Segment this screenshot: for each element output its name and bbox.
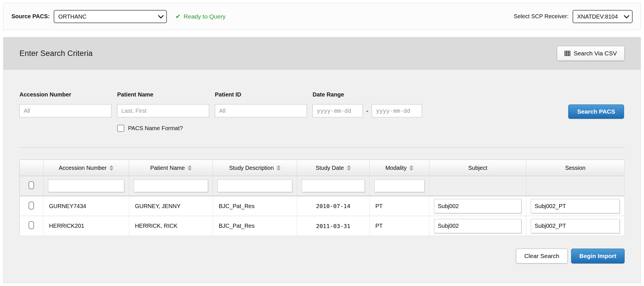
pacs-status: ✔ Ready to Query <box>175 13 226 20</box>
sort-icon <box>277 165 281 171</box>
search-criteria-form: Accession Number Patient Name Patient ID… <box>3 70 641 263</box>
begin-import-button[interactable]: Begin Import <box>571 249 625 263</box>
accession-field-group: Accession Number <box>19 91 111 117</box>
filter-study-date-input[interactable] <box>302 180 365 192</box>
table-row: GURNEY7434 GURNEY, JENNY BJC_Pat_Res 201… <box>20 196 625 216</box>
search-pacs-button[interactable]: Search PACS <box>568 104 624 119</box>
date-range-label: Date Range <box>313 91 422 98</box>
search-panel: Enter Search Criteria Search Via CSV Acc… <box>3 37 641 283</box>
clear-search-button[interactable]: Clear Search <box>516 249 568 263</box>
header-study-description[interactable]: Study Description <box>213 160 297 176</box>
date-range-field-group: Date Range - <box>313 91 422 117</box>
study-description-cell: BJC_Pat_Res <box>213 196 297 216</box>
patient-name-cell: GURNEY, JENNY <box>129 196 213 216</box>
search-via-csv-button[interactable]: Search Via CSV <box>557 46 625 61</box>
source-pacs-select-wrap: ORTHANC <box>54 10 167 23</box>
scp-receiver-select-wrap: XNATDEV:8104 <box>573 10 633 23</box>
header-session: Session <box>526 160 624 176</box>
date-range-separator: - <box>366 108 368 114</box>
pacs-results-table: Accession Number Patient Name Study Desc… <box>19 160 625 236</box>
pacs-name-format-checkbox[interactable] <box>117 125 124 132</box>
accession-number-label: Accession Number <box>19 91 111 98</box>
filter-study-description-input[interactable] <box>217 180 292 192</box>
row-checkbox[interactable] <box>29 221 34 229</box>
section-divider <box>19 147 625 148</box>
patient-name-field-group: Patient Name <box>117 91 209 117</box>
sort-icon <box>109 165 113 171</box>
header-patient-name[interactable]: Patient Name <box>129 160 213 176</box>
header-study-date[interactable]: Study Date <box>297 160 369 176</box>
scp-receiver-label: Select SCP Receiver: <box>514 13 569 20</box>
pacs-source-bar: Source PACS: ORTHANC ✔ Ready to Query Se… <box>3 3 641 30</box>
patient-id-input[interactable] <box>215 104 307 117</box>
pacs-status-text: Ready to Query <box>184 13 226 20</box>
filter-session-cell <box>526 176 624 196</box>
modality-cell: PT <box>369 216 429 236</box>
accession-cell: GURNEY7434 <box>43 196 129 216</box>
filter-modality-input[interactable] <box>374 180 425 192</box>
sort-icon <box>188 165 192 171</box>
pacs-name-format-label: PACS Name Format? <box>128 125 183 132</box>
source-pacs-select[interactable]: ORTHANC <box>54 10 167 23</box>
patient-id-field-group: Patient ID <box>215 91 307 117</box>
study-date-cell: 2010-07-14 <box>297 196 369 216</box>
date-from-input[interactable] <box>313 104 363 117</box>
session-input[interactable] <box>531 219 620 233</box>
accession-cell: HERRICK201 <box>43 216 129 236</box>
table-header-row: Accession Number Patient Name Study Desc… <box>20 160 625 176</box>
patient-name-label: Patient Name <box>117 91 209 98</box>
sort-icon <box>347 165 351 171</box>
filter-accession-input[interactable] <box>48 180 125 192</box>
filter-patient-name-input[interactable] <box>134 180 208 192</box>
row-checkbox[interactable] <box>29 202 34 210</box>
source-pacs-label: Source PACS: <box>11 13 50 20</box>
study-description-cell: BJC_Pat_Res <box>213 216 297 236</box>
patient-id-label: Patient ID <box>215 91 307 98</box>
patient-name-cell: HERRICK, RICK <box>129 216 213 236</box>
modality-cell: PT <box>369 196 429 216</box>
select-all-checkbox[interactable] <box>29 181 34 189</box>
check-icon: ✔ <box>175 13 181 20</box>
header-select-column <box>20 160 43 176</box>
header-accession-number[interactable]: Accession Number <box>43 160 129 176</box>
header-subject: Subject <box>429 160 526 176</box>
filter-subject-cell <box>429 176 526 196</box>
study-date-cell: 2011-03-31 <box>297 216 369 236</box>
panel-title: Enter Search Criteria <box>19 49 93 58</box>
subject-input[interactable] <box>434 219 521 233</box>
subject-input[interactable] <box>434 199 521 213</box>
scp-receiver-select[interactable]: XNATDEV:8104 <box>573 10 633 23</box>
table-row: HERRICK201 HERRICK, RICK BJC_Pat_Res 201… <box>20 216 625 236</box>
panel-header: Enter Search Criteria Search Via CSV <box>3 37 641 70</box>
header-modality[interactable]: Modality <box>369 160 429 176</box>
date-to-input[interactable] <box>372 104 422 117</box>
search-via-csv-label: Search Via CSV <box>574 50 617 57</box>
session-input[interactable] <box>531 199 620 213</box>
accession-number-input[interactable] <box>19 104 111 117</box>
table-filter-row <box>20 176 625 196</box>
footer-actions: Clear Search Begin Import <box>19 249 625 263</box>
sort-icon <box>409 165 413 171</box>
table-grid-icon <box>565 51 570 56</box>
pacs-name-format-group: PACS Name Format? <box>117 125 625 132</box>
patient-name-input[interactable] <box>117 104 209 117</box>
